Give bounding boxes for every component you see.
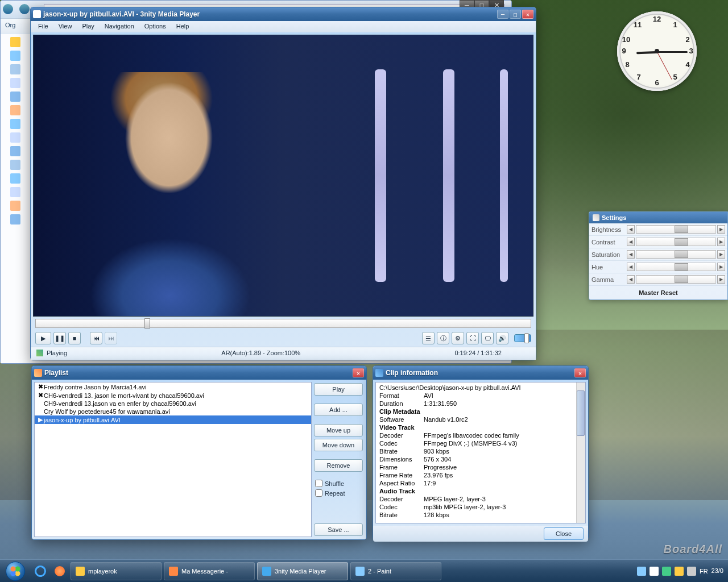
slider-thumb[interactable]: [675, 276, 688, 283]
taskbar-app[interactable]: 3nity Media Player: [257, 562, 348, 580]
language-indicator[interactable]: FR: [700, 568, 708, 575]
playlist-list[interactable]: ✖Freddy contre Jason by Marcia14.avi✖CH6…: [34, 382, 312, 537]
close-button[interactable]: ✕: [353, 368, 364, 377]
scrollbar[interactable]: [576, 383, 585, 523]
titlebar[interactable]: Clip information ✕: [373, 366, 588, 380]
slider-thumb[interactable]: [675, 226, 688, 233]
nav-icon[interactable]: [10, 173, 20, 184]
slider-track[interactable]: [636, 250, 716, 259]
nav-icon[interactable]: [10, 78, 20, 88]
slider-track[interactable]: [636, 263, 716, 271]
nav-icon[interactable]: [10, 105, 20, 115]
slider-thumb[interactable]: [675, 238, 688, 246]
taskbar-app[interactable]: 2 - Paint: [350, 562, 441, 580]
moveup-button[interactable]: Move up: [314, 424, 363, 436]
tray-icon[interactable]: [637, 567, 646, 576]
nav-icon[interactable]: [10, 64, 20, 74]
slider-track[interactable]: [636, 275, 716, 284]
increase-icon[interactable]: ▶: [717, 263, 725, 271]
increase-icon[interactable]: ▶: [717, 225, 725, 234]
shuffle-checkbox[interactable]: Shuffle: [314, 480, 363, 487]
nav-icon[interactable]: [10, 160, 20, 170]
maximize-button[interactable]: □: [510, 10, 521, 19]
close-button[interactable]: ✕: [574, 368, 586, 377]
nav-icon[interactable]: [10, 51, 20, 61]
master-reset-button[interactable]: Master Reset: [589, 286, 727, 300]
slider-contrast: Contrast◀▶: [589, 236, 727, 248]
volume-icon[interactable]: [687, 567, 696, 576]
start-button[interactable]: [0, 560, 31, 583]
tray-icon[interactable]: [650, 567, 659, 576]
fullscreen-icon[interactable]: ⛶: [466, 332, 479, 344]
stop-button[interactable]: ■: [68, 332, 81, 344]
menu-view[interactable]: View: [53, 21, 77, 32]
tray-icon[interactable]: [675, 567, 684, 576]
forward-icon[interactable]: [19, 4, 30, 14]
increase-icon[interactable]: ▶: [717, 275, 725, 284]
slider-thumb[interactable]: [675, 263, 688, 271]
nav-icon[interactable]: [10, 214, 20, 225]
movedown-button[interactable]: Move down: [314, 439, 363, 451]
playlist-item[interactable]: ✖CH6-vendredi 13. jason le mort-vivant b…: [35, 391, 311, 400]
decrease-icon[interactable]: ◀: [627, 275, 635, 284]
add-button[interactable]: Add ...: [314, 404, 363, 416]
playlist-item[interactable]: ▶jason-x-up by pitbull.avi.AVI: [35, 415, 311, 424]
playlist-item[interactable]: ✖Freddy contre Jason by Marcia14.avi: [35, 383, 311, 391]
playlist-item[interactable]: CH9-vendredi 13.jason va en enfer by cha…: [35, 400, 311, 408]
decrease-icon[interactable]: ◀: [627, 225, 635, 234]
favorites-icon[interactable]: [10, 37, 20, 47]
repeat-checkbox[interactable]: Repeat: [314, 489, 363, 497]
seek-thumb[interactable]: [144, 318, 150, 329]
next-button[interactable]: ⏭: [105, 332, 117, 344]
monitor-icon[interactable]: 🖵: [481, 332, 494, 344]
remove-button[interactable]: Remove: [314, 459, 363, 472]
titlebar[interactable]: Playlist ✕: [32, 366, 366, 380]
decrease-icon[interactable]: ◀: [627, 250, 635, 259]
slider-thumb[interactable]: [675, 251, 688, 258]
menu-play[interactable]: Play: [77, 21, 99, 32]
nav-icon[interactable]: [10, 92, 20, 102]
taskbar-date[interactable]: 23/0: [712, 567, 723, 575]
seek-slider[interactable]: [35, 319, 531, 328]
titlebar[interactable]: jason-x-up by pitbull.avi.AVI - 3nity Me…: [31, 7, 536, 21]
playlist-icon[interactable]: ☰: [422, 332, 435, 344]
decrease-icon[interactable]: ◀: [627, 263, 635, 271]
nav-icon[interactable]: [10, 201, 20, 211]
decrease-icon[interactable]: ◀: [627, 238, 635, 246]
scrollbar-thumb[interactable]: [577, 390, 585, 436]
tray-icon[interactable]: [662, 567, 671, 576]
settings-icon[interactable]: ⚙: [452, 332, 464, 344]
close-button[interactable]: Close: [544, 527, 584, 540]
play-button[interactable]: ▶: [35, 332, 51, 344]
nav-icon[interactable]: [10, 146, 20, 156]
play-button[interactable]: Play: [314, 383, 363, 396]
desktop-clock-gadget[interactable]: 12 1 2 3 4 5 6 7 8 9 10 11: [617, 11, 697, 91]
volume-icon[interactable]: 🔊: [496, 332, 508, 344]
info-icon[interactable]: ⓘ: [437, 332, 449, 344]
menu-navigation[interactable]: Navigation: [100, 21, 139, 32]
menu-help[interactable]: Help: [171, 21, 195, 32]
nav-icon[interactable]: [10, 132, 20, 143]
wmp-icon[interactable]: [51, 563, 68, 580]
nav-icon[interactable]: [10, 119, 20, 129]
taskbar-app[interactable]: Ma Messagerie -: [164, 562, 255, 580]
playlist-item[interactable]: Cry Wolf by poetederue45 for wawamania.a…: [35, 408, 311, 415]
slider-track[interactable]: [636, 225, 716, 234]
menu-file[interactable]: File: [33, 21, 53, 32]
organize-label[interactable]: Org: [5, 22, 15, 28]
nav-icon[interactable]: [10, 187, 20, 197]
prev-button[interactable]: ⏮: [90, 332, 102, 344]
pause-button[interactable]: ❚❚: [53, 332, 66, 344]
ie-icon[interactable]: [32, 563, 49, 580]
increase-icon[interactable]: ▶: [717, 238, 725, 246]
menu-options[interactable]: Options: [139, 21, 171, 32]
video-area[interactable]: [33, 35, 533, 317]
increase-icon[interactable]: ▶: [717, 250, 725, 259]
close-button[interactable]: ✕: [522, 10, 533, 19]
volume-slider[interactable]: [514, 334, 531, 342]
back-icon[interactable]: [3, 4, 13, 14]
taskbar-app[interactable]: mplayerok: [71, 562, 162, 580]
minimize-button[interactable]: ─: [497, 10, 508, 19]
save-button[interactable]: Save ...: [314, 523, 363, 536]
slider-track[interactable]: [636, 238, 716, 246]
